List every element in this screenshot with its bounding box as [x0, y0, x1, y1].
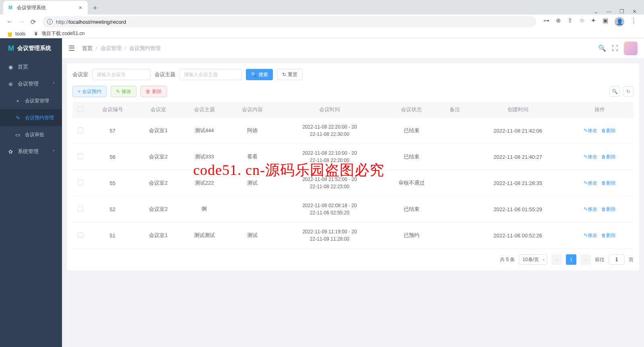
search-icon[interactable]: 🔍 [598, 44, 606, 52]
share-icon[interactable]: ⇪ [568, 17, 573, 27]
user-avatar[interactable] [624, 42, 638, 55]
cell-status: 已结束 [383, 196, 440, 222]
close-icon[interactable]: × [77, 4, 84, 11]
row-checkbox[interactable] [78, 127, 83, 133]
row-delete-link[interactable]: 🗑删除 [601, 128, 616, 133]
nav-buttons: ← → ⟳ [3, 18, 39, 26]
cell-time: 2022-11-08 21:52:00 - 2022-11-08 22:23:0… [276, 170, 383, 196]
col-created: 创建时间 [470, 102, 566, 118]
row-edit-link[interactable]: ✎修改 [584, 233, 597, 238]
side-panel-icon[interactable]: ▣ [603, 17, 608, 27]
data-table: 会议编号 会议室 会议主题 会议内容 会议时间 会议状态 备注 创建时间 操作 … [72, 102, 634, 249]
new-tab-button[interactable]: + [89, 2, 101, 14]
cell-created: 2022-11-08 21:42:06 [470, 118, 566, 144]
cell-topic: 啊 [180, 196, 228, 222]
prev-page-button[interactable]: ‹ [551, 254, 562, 265]
cell-remark [440, 196, 470, 222]
close-window-icon[interactable]: ✕ [632, 8, 637, 15]
url-text: http://localhost/meeting/record [56, 19, 126, 25]
row-edit-link[interactable]: ✎修改 [584, 206, 597, 212]
cell-id: 57 [89, 118, 136, 144]
row-delete-link[interactable]: 🗑删除 [601, 233, 616, 238]
fullscreen-icon[interactable]: ⛶ [612, 45, 618, 52]
cell-topic: 测试测试 [180, 222, 228, 249]
menu-icon[interactable]: ⋮ [631, 17, 637, 27]
col-time: 会议时间 [276, 102, 383, 118]
col-action: 操作 [566, 102, 634, 118]
bookmark-tools[interactable]: ▆ tools [6, 31, 25, 37]
sidebar-item-home[interactable]: ◉ 首页 [0, 58, 62, 75]
row-delete-link[interactable]: 🗑删除 [601, 154, 616, 160]
user-icon: ▪ [14, 98, 21, 104]
cell-room: 会议室2 [136, 196, 180, 222]
sidebar-item-room-mgmt[interactable]: ▪ 会议室管理 [0, 92, 62, 109]
row-checkbox[interactable] [78, 154, 83, 159]
cell-content [228, 196, 276, 222]
refresh-icon: ↻ [282, 72, 286, 77]
reload-icon[interactable]: ⟳ [31, 18, 36, 26]
cell-actions: ✎修改 🗑删除 [566, 222, 634, 249]
url-input[interactable]: i http://localhost/meeting/record [42, 16, 536, 27]
bookmark-code51[interactable]: ¥ 项目下载:code51.cn [33, 30, 85, 37]
sidebar-item-system-mgmt[interactable]: ✿ 系统管理 ˅ [0, 143, 62, 160]
cell-actions: ✎修改 🗑删除 [566, 118, 634, 144]
cell-id: 55 [89, 170, 136, 196]
sidebar-item-approval[interactable]: ▭ 会议审批 [0, 126, 62, 143]
sidebar-item-meeting-mgmt[interactable]: ⊕ 会议管理 ˄ [0, 75, 62, 92]
back-icon[interactable]: ← [6, 18, 13, 26]
bookmark-icon[interactable]: ☆ [579, 17, 584, 27]
gear-icon: ✿ [7, 149, 14, 155]
profile-icon[interactable]: 👤 [615, 17, 624, 27]
page-size-select[interactable]: 10条/页 [519, 254, 547, 265]
row-edit-link[interactable]: ✎修改 [584, 128, 597, 133]
zoom-icon[interactable]: ⊕ [556, 17, 561, 27]
edit-button[interactable]: ✎ 修改 [111, 86, 136, 97]
trash-icon: 🗑 [146, 89, 151, 94]
row-edit-link[interactable]: ✎修改 [584, 154, 597, 160]
table-row: 55 会议室2 测试222 测试 2022-11-08 21:52:00 - 2… [72, 170, 634, 196]
maximize-icon[interactable]: ❐ [619, 8, 624, 15]
tab-favicon-icon: M [7, 4, 14, 11]
cell-content: 测试 [228, 222, 276, 249]
cell-time: 2022-11-09 11:19:00 - 2022-11-09 11:28:0… [276, 222, 383, 249]
refresh-table-button[interactable]: ↻ [623, 86, 634, 97]
reset-button[interactable]: ↻ 重置 [277, 69, 303, 80]
cell-created: 2022-11-06 00:52:26 [470, 222, 566, 249]
goto-input[interactable] [609, 254, 625, 265]
topic-input[interactable] [180, 69, 242, 80]
row-checkbox[interactable] [78, 180, 83, 185]
search-button[interactable]: 🔍 搜索 [246, 69, 273, 80]
minimize-icon[interactable]: — [606, 8, 611, 15]
row-edit-link[interactable]: ✎修改 [584, 180, 597, 186]
site-info-icon[interactable]: i [47, 19, 53, 25]
row-checkbox[interactable] [78, 206, 83, 212]
select-all-checkbox[interactable] [78, 106, 83, 112]
row-checkbox[interactable] [78, 232, 83, 238]
row-delete-link[interactable]: 🗑删除 [601, 180, 616, 186]
room-input[interactable] [92, 69, 151, 80]
extensions-icon[interactable]: ✦ [591, 17, 596, 27]
sidebar-item-booking-mgmt[interactable]: ✎ 会议预约管理 [0, 109, 62, 126]
bookmarks-bar: ▆ tools ¥ 项目下载:code51.cn [0, 29, 644, 38]
logo-icon: M [8, 44, 14, 53]
dropdown-icon[interactable]: ⌄ [594, 8, 598, 15]
breadcrumb-home[interactable]: 首页 [82, 45, 93, 52]
key-icon[interactable]: ⊶ [543, 17, 549, 27]
forward-icon[interactable]: → [19, 18, 25, 26]
browser-tab[interactable]: M 会议管理系统 × [3, 1, 88, 15]
room-label: 会议室 [72, 71, 88, 78]
col-content: 会议内容 [228, 102, 276, 118]
row-delete-link[interactable]: 🗑删除 [601, 206, 616, 212]
add-button[interactable]: + 会议预约 [72, 86, 107, 97]
page-number-1[interactable]: 1 [566, 254, 576, 265]
hamburger-icon[interactable]: ☰ [68, 44, 75, 53]
next-page-button[interactable]: › [580, 254, 591, 265]
col-topic: 会议主题 [180, 102, 228, 118]
app-container: M 会议管理系统 ◉ 首页 ⊕ 会议管理 ˄ ▪ 会议室管理 ✎ 会议预约管理 [0, 38, 644, 347]
toggle-search-button[interactable]: 🔍 [609, 86, 620, 97]
goto-label: 前往 [595, 256, 605, 263]
delete-button[interactable]: 🗑 删除 [140, 86, 167, 97]
breadcrumb-level1[interactable]: 会议管理 [101, 45, 122, 52]
col-id: 会议编号 [89, 102, 136, 118]
goto-suffix: 页 [629, 256, 634, 263]
